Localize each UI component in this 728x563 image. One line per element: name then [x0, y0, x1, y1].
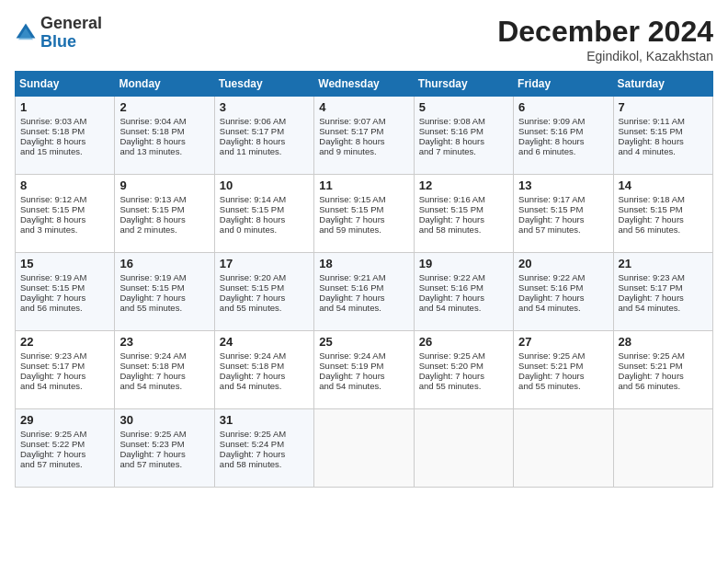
day-info-line: and 54 minutes.: [319, 303, 408, 313]
calendar-cell: [414, 409, 513, 488]
day-info-line: Daylight: 7 hours: [119, 449, 209, 459]
day-number: 1: [20, 100, 109, 114]
day-info-line: and 54 minutes.: [518, 303, 608, 313]
day-info-line: Sunrise: 9:04 AM: [119, 116, 209, 126]
calendar-week-row: 29Sunrise: 9:25 AMSunset: 5:22 PMDayligh…: [16, 409, 713, 488]
calendar-cell: 24Sunrise: 9:24 AMSunset: 5:18 PMDayligh…: [214, 331, 313, 409]
day-info-line: Sunset: 5:18 PM: [220, 361, 309, 371]
day-info-line: Sunset: 5:15 PM: [119, 204, 209, 214]
header-friday: Friday: [514, 72, 613, 97]
day-info-line: Daylight: 7 hours: [20, 449, 109, 459]
calendar-cell: 5Sunrise: 9:08 AMSunset: 5:16 PMDaylight…: [414, 97, 513, 175]
day-info-line: Sunset: 5:15 PM: [619, 204, 708, 214]
day-number: 23: [119, 335, 209, 349]
logo-blue: Blue: [40, 32, 76, 51]
day-info-line: and 54 minutes.: [319, 381, 408, 391]
day-info-line: and 55 minutes.: [518, 381, 608, 391]
day-info-line: Daylight: 7 hours: [619, 293, 708, 303]
day-info-line: Sunrise: 9:15 AM: [319, 194, 408, 204]
day-info-line: and 58 minutes.: [419, 224, 508, 235]
calendar-cell: 12Sunrise: 9:16 AMSunset: 5:15 PMDayligh…: [414, 175, 513, 253]
month-title: December 2024: [497, 15, 713, 49]
calendar-week-row: 22Sunrise: 9:23 AMSunset: 5:17 PMDayligh…: [16, 331, 713, 409]
day-info-line: Sunrise: 9:25 AM: [20, 429, 109, 439]
day-info-line: Sunset: 5:18 PM: [20, 126, 109, 136]
day-info-line: Sunrise: 9:14 AM: [220, 194, 309, 204]
day-info-line: Sunset: 5:18 PM: [119, 126, 209, 136]
calendar-cell: 13Sunrise: 9:17 AMSunset: 5:15 PMDayligh…: [514, 175, 613, 253]
logo: General Blue: [15, 15, 102, 52]
day-info-line: Sunrise: 9:25 AM: [619, 350, 708, 361]
day-info-line: and 56 minutes.: [619, 381, 708, 391]
day-info-line: and 6 minutes.: [518, 146, 608, 156]
calendar-cell: 19Sunrise: 9:22 AMSunset: 5:16 PMDayligh…: [414, 253, 513, 331]
day-info-line: Daylight: 7 hours: [419, 293, 508, 303]
day-number: 6: [518, 100, 608, 114]
day-info-line: Daylight: 8 hours: [518, 136, 608, 146]
calendar-cell: 23Sunrise: 9:24 AMSunset: 5:18 PMDayligh…: [115, 331, 214, 409]
day-info-line: and 58 minutes.: [220, 459, 309, 469]
day-info-line: Sunset: 5:15 PM: [220, 282, 309, 293]
day-info-line: Sunset: 5:22 PM: [20, 439, 109, 449]
calendar-cell: 15Sunrise: 9:19 AMSunset: 5:15 PMDayligh…: [16, 253, 115, 331]
day-info-line: Daylight: 7 hours: [220, 449, 309, 459]
calendar-cell: [514, 409, 613, 488]
day-number: 29: [20, 413, 109, 427]
day-info-line: and 57 minutes.: [20, 459, 109, 469]
day-info-line: and 54 minutes.: [419, 303, 508, 313]
day-info-line: Daylight: 7 hours: [119, 371, 209, 381]
day-info-line: Sunset: 5:15 PM: [319, 204, 408, 214]
header-monday: Monday: [115, 72, 214, 97]
day-info-line: Sunrise: 9:24 AM: [119, 350, 209, 361]
logo-icon: [15, 22, 37, 44]
calendar-cell: 8Sunrise: 9:12 AMSunset: 5:15 PMDaylight…: [16, 175, 115, 253]
day-info-line: Sunrise: 9:22 AM: [419, 272, 508, 282]
day-info-line: and 55 minutes.: [220, 303, 309, 313]
day-number: 26: [419, 335, 508, 349]
day-number: 15: [20, 257, 109, 270]
calendar-cell: 9Sunrise: 9:13 AMSunset: 5:15 PMDaylight…: [115, 175, 214, 253]
day-info-line: and 56 minutes.: [619, 224, 708, 235]
day-info-line: Sunrise: 9:09 AM: [518, 116, 608, 126]
day-number: 31: [220, 413, 309, 427]
day-info-line: Sunrise: 9:12 AM: [20, 194, 109, 204]
header-wednesday: Wednesday: [314, 72, 414, 97]
day-info-line: Sunset: 5:15 PM: [20, 282, 109, 293]
calendar-cell: 16Sunrise: 9:19 AMSunset: 5:15 PMDayligh…: [115, 253, 214, 331]
day-info-line: and 54 minutes.: [119, 381, 209, 391]
day-info-line: Sunrise: 9:19 AM: [20, 272, 109, 282]
header-tuesday: Tuesday: [214, 72, 313, 97]
day-info-line: and 13 minutes.: [119, 146, 209, 156]
calendar-cell: 7Sunrise: 9:11 AMSunset: 5:15 PMDaylight…: [613, 97, 712, 175]
calendar-table: SundayMondayTuesdayWednesdayThursdayFrid…: [15, 71, 713, 488]
day-info-line: Sunrise: 9:23 AM: [619, 272, 708, 282]
day-info-line: Sunrise: 9:17 AM: [518, 194, 608, 204]
logo-general: General: [40, 14, 102, 32]
day-info-line: Daylight: 7 hours: [419, 371, 508, 381]
day-number: 19: [419, 257, 508, 270]
day-info-line: and 54 minutes.: [20, 381, 109, 391]
calendar-cell: 10Sunrise: 9:14 AMSunset: 5:15 PMDayligh…: [214, 175, 313, 253]
calendar-cell: 25Sunrise: 9:24 AMSunset: 5:19 PMDayligh…: [314, 331, 414, 409]
day-info-line: Sunrise: 9:20 AM: [220, 272, 309, 282]
day-info-line: Sunrise: 9:16 AM: [419, 194, 508, 204]
day-info-line: and 4 minutes.: [619, 146, 708, 156]
day-info-line: Sunset: 5:16 PM: [518, 282, 608, 293]
day-info-line: Sunset: 5:16 PM: [319, 282, 408, 293]
day-info-line: Sunrise: 9:25 AM: [119, 429, 209, 439]
day-info-line: Daylight: 8 hours: [220, 214, 309, 224]
day-info-line: Sunset: 5:23 PM: [119, 439, 209, 449]
calendar-cell: [314, 409, 414, 488]
day-info-line: and 7 minutes.: [419, 146, 508, 156]
day-info-line: Sunset: 5:16 PM: [518, 126, 608, 136]
day-info-line: and 59 minutes.: [319, 224, 408, 235]
calendar-cell: 3Sunrise: 9:06 AMSunset: 5:17 PMDaylight…: [214, 97, 313, 175]
day-info-line: and 2 minutes.: [119, 224, 209, 235]
calendar-cell: 21Sunrise: 9:23 AMSunset: 5:17 PMDayligh…: [613, 253, 712, 331]
day-info-line: Sunset: 5:17 PM: [20, 361, 109, 371]
day-info-line: and 57 minutes.: [119, 459, 209, 469]
day-info-line: Daylight: 7 hours: [20, 371, 109, 381]
day-number: 20: [518, 257, 608, 270]
day-info-line: Sunrise: 9:13 AM: [119, 194, 209, 204]
calendar-cell: 30Sunrise: 9:25 AMSunset: 5:23 PMDayligh…: [115, 409, 214, 488]
